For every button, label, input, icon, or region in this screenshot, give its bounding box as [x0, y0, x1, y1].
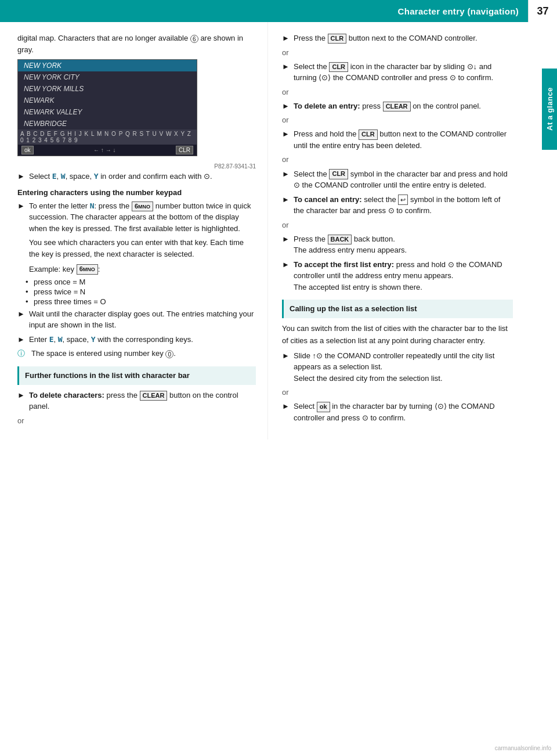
press-back-text: Press the BACK back button.The address e…	[294, 233, 513, 256]
or-line-r4: or	[282, 154, 513, 165]
select-clr-symbol-text: Select the CLR symbol in the character b…	[294, 168, 513, 191]
info-space-bullet: ⓘ The space is entered using number key …	[17, 348, 256, 359]
bullet-arrow-r9: ►	[282, 350, 291, 384]
cancel-entry-bullet: ► To cancel an entry: select the ↩ symbo…	[282, 194, 513, 217]
key-zero-circle: 0	[165, 350, 173, 358]
press-clr-text: Press the CLR button next to the COMAND …	[294, 33, 513, 44]
letter-y2: Y	[91, 335, 96, 344]
bullet-arrow-1: ►	[17, 171, 27, 182]
cancel-entry-bold: To cancel an entry:	[294, 195, 362, 204]
nav-item-3: NEWARK	[18, 95, 197, 106]
wait-bullet: ► Wait until the character display goes …	[17, 308, 256, 331]
slide-bullet: ► Slide ↑⊙ the COMAND controller repeate…	[282, 350, 513, 384]
key-ok: ok	[317, 402, 330, 412]
delete-entry-bullet: ► To delete an entry: press CLEAR on the…	[282, 100, 513, 112]
nav-screenshot: NEW YORK NEW YORK CITY NEW YORK MILLS NE…	[17, 59, 197, 156]
nav-clr-btn: CLR	[176, 146, 193, 154]
letter-n: N	[90, 201, 95, 210]
key-clr-3: CLR	[359, 129, 378, 139]
key-6mno: 6MNO	[132, 201, 153, 211]
calling-intro: You can switch from the list of cities w…	[282, 323, 513, 346]
key-clr-2: CLR	[329, 62, 348, 72]
delete-entry-text: To delete an entry: press CLEAR on the c…	[294, 100, 513, 112]
nav-item-5: NEWBRIDGE	[18, 118, 197, 129]
select-ewxy-bullet: ► Select E, W, space, Y in order and con…	[17, 171, 256, 182]
bullet-arrow-r3: ►	[282, 100, 291, 112]
key-back: BACK	[328, 235, 352, 244]
select-clr-icon-bullet: ► Select the CLR icon in the character b…	[282, 61, 513, 84]
letter-e: E	[52, 172, 57, 181]
page-number: 37	[528, 0, 557, 22]
nav-bottom-bar: ok ← ↑ → ↓ CLR	[18, 145, 197, 156]
further-functions-box: Further functions in the list with chara…	[17, 366, 256, 385]
delete-chars-bullet: ► To delete characters: press the CLEAR …	[17, 390, 256, 412]
key-clr-4: CLR	[329, 169, 348, 179]
bullet-arrow-r8: ►	[282, 259, 291, 293]
letter-y: Y	[94, 172, 99, 181]
content-wrapper: digital map. Characters that are no long…	[0, 22, 557, 440]
entering-heading: Entering characters using the number key…	[17, 188, 256, 197]
nav-item-2: NEW YORK MILLS	[18, 83, 197, 95]
cancel-entry-text: To cancel an entry: select the ↩ symbol …	[294, 194, 513, 217]
header-bar: Character entry (navigation) 37	[0, 0, 557, 22]
press-hold-clr-text: Press and hold the CLR button next to th…	[294, 128, 513, 151]
enter-n-bullet: ► To enter the letter N: press the 6MNO …	[17, 200, 256, 235]
confirm-symbol: ⊙	[204, 172, 210, 181]
select-ewxy-text: Select E, W, space, Y in order and confi…	[29, 171, 256, 182]
letter-w: W	[61, 172, 66, 181]
nav-char-bar: A B C D E F G H I J K L M N O P Q R S T …	[18, 129, 197, 145]
calling-up-box: Calling up the list as a selection list	[282, 300, 513, 318]
press-back-bullet: ► Press the BACK back button.The address…	[282, 233, 513, 256]
info-icon: ⓘ	[17, 348, 29, 359]
select-clr-icon-text: Select the CLR icon in the character bar…	[294, 61, 513, 84]
bullet-arrow-r4: ►	[282, 128, 291, 151]
right-column: ► Press the CLR button next to the COMAN…	[268, 22, 536, 440]
bullet-arrow-r2: ►	[282, 61, 291, 84]
nav-arrow-bar: ← ↑ → ↓	[93, 147, 115, 153]
nav-item-1: NEW YORK CITY	[18, 71, 197, 83]
circle-number: 6	[190, 35, 198, 43]
info-space-text: The space is entered using number key 0.	[31, 348, 256, 359]
letter-w2: W	[58, 335, 63, 344]
key-clear-2: CLEAR	[383, 102, 411, 111]
intro-text: digital map. Characters that are no long…	[17, 33, 256, 56]
or-line-1: or	[17, 415, 256, 427]
delete-chars-bold: To delete characters:	[29, 391, 104, 399]
delete-entry-bold: To delete an entry:	[294, 102, 360, 110]
nav-item-4: NEWARK VALLEY	[18, 106, 197, 118]
cancel-symbol: ↩	[398, 195, 408, 206]
page-title: Character entry (navigation)	[398, 6, 519, 16]
slide-text: Slide ↑⊙ the COMAND controller repeatedl…	[294, 350, 513, 384]
bullet-arrow-4: ►	[17, 334, 27, 345]
left-column: digital map. Characters that are no long…	[0, 22, 268, 440]
key-clear-1: CLEAR	[140, 391, 168, 401]
enter-ewxy-text: Enter E, W, space, Y with the correspond…	[29, 334, 256, 345]
bullet-arrow-r6: ►	[282, 194, 291, 217]
accept-entry-bold: To accept the first list entry:	[294, 260, 394, 269]
sub-bullets: • press once = M • press twice = N • pre…	[26, 278, 256, 306]
sub-bullet-3: • press three times = O	[26, 297, 256, 306]
enter-ewxy-bullet: ► Enter E, W, space, Y with the correspo…	[17, 334, 256, 345]
or-line-r1: or	[282, 47, 513, 59]
or-line-r3: or	[282, 114, 513, 126]
bullet-arrow-r7: ►	[282, 233, 291, 256]
example-label: Example: key 6MNO:	[29, 264, 256, 275]
bullet-arrow-2: ►	[17, 200, 27, 235]
or-line-r6: or	[282, 387, 513, 398]
select-ok-text: Select ok in the character bar by turnin…	[294, 401, 513, 423]
enter-n-extra: You see which characters you can enter w…	[29, 237, 256, 260]
nav-ok-btn: ok	[21, 146, 34, 154]
wait-text: Wait until the character display goes ou…	[29, 308, 256, 331]
header-teal: Character entry (navigation)	[0, 0, 528, 22]
sub-bullet-1: • press once = M	[26, 278, 256, 286]
key-clr-1: CLR	[328, 34, 347, 44]
delete-chars-text: To delete characters: press the CLEAR bu…	[29, 390, 256, 412]
bullet-arrow-3: ►	[17, 308, 27, 331]
select-clr-symbol-bullet: ► Select the CLR symbol in the character…	[282, 168, 513, 191]
nav-caption: P82.87-9341-31	[17, 162, 256, 171]
key-6mno-example: 6MNO	[77, 264, 98, 274]
accept-entry-text: To accept the first list entry: press an…	[294, 259, 513, 293]
bullet-arrow-5: ►	[17, 390, 27, 412]
bullet-arrow-r5: ►	[282, 168, 291, 191]
bullet-arrow-r1: ►	[282, 33, 291, 44]
